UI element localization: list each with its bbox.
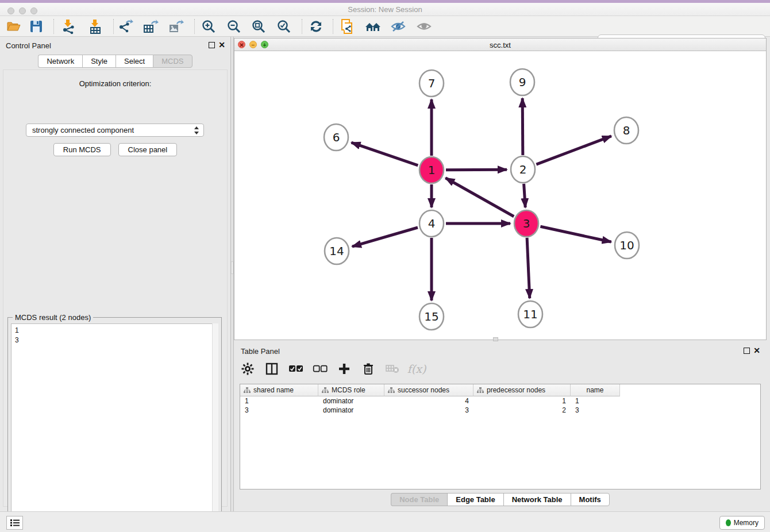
table-tab-node-table[interactable]: Node Table (391, 493, 447, 506)
table-close-panel-icon[interactable]: ✕ (753, 346, 761, 354)
graph-edge-1-2[interactable] (446, 169, 507, 170)
column-header-predecessor-nodes[interactable]: predecessor nodes (473, 384, 571, 396)
hide-selected-button[interactable] (388, 17, 408, 36)
graph-edge-3-11[interactable] (527, 238, 530, 298)
mcds-result-list[interactable]: 1 3 (11, 323, 218, 530)
graph-edge-2-8[interactable] (536, 136, 611, 164)
create-column-button[interactable] (336, 361, 352, 377)
network-window-titlebar[interactable]: ✕ − + scc.txt (234, 38, 766, 51)
graph-edge-1-6[interactable] (351, 142, 418, 165)
graph-node-9[interactable]: 9 (510, 69, 534, 95)
toggle-panel-button[interactable] (264, 361, 280, 377)
function-builder-button-disabled: f(x) (409, 361, 425, 377)
first-neighbors-button[interactable] (363, 17, 383, 36)
zoom-out-button[interactable] (224, 17, 244, 36)
table-tab-edge-table[interactable]: Edge Table (447, 493, 503, 506)
zoom-in-button[interactable] (199, 17, 218, 36)
export-table-button[interactable] (141, 17, 160, 36)
open-file-button[interactable] (4, 17, 24, 36)
deselect-all-columns-button[interactable] (312, 361, 328, 377)
graph-edge-2-9[interactable] (522, 98, 523, 155)
zoom-in-icon (201, 19, 216, 34)
zoom-fit-icon (251, 19, 266, 34)
table-toolbar: f(x) (240, 357, 425, 380)
import-table-icon (87, 18, 103, 34)
column-label: shared name (253, 386, 294, 394)
delete-columns-button[interactable] (360, 361, 376, 377)
tab-mcds[interactable]: MCDS (153, 55, 192, 68)
zoom-fit-button[interactable] (249, 17, 268, 36)
tab-style[interactable]: Style (82, 55, 116, 68)
tab-network[interactable]: Network (38, 55, 82, 68)
graph-node-6[interactable]: 6 (324, 124, 348, 151)
graph-node-4[interactable]: 4 (419, 210, 444, 237)
column-header-successor-nodes[interactable]: successor nodes (384, 384, 473, 396)
splitter-grip[interactable] (231, 261, 233, 274)
run-mcds-button[interactable]: Run MCDS (53, 143, 111, 156)
tab-select[interactable]: Select (116, 55, 153, 68)
table-panel-title: Table Panel (241, 347, 280, 356)
table-tab-network-table[interactable]: Network Table (503, 493, 571, 506)
column-header-MCDS-role[interactable]: MCDS role (318, 384, 384, 396)
graph-node-11[interactable]: 11 (518, 301, 542, 327)
graph-node-2[interactable]: 2 (511, 156, 535, 183)
task-history-button[interactable] (6, 516, 23, 530)
table-cell[interactable]: 4 (384, 396, 473, 406)
close-panel-button[interactable]: Close panel (118, 143, 178, 156)
duplicate-network-button[interactable] (338, 17, 357, 36)
select-stepper-icon (194, 126, 199, 135)
close-panel-icon[interactable]: ✕ (218, 41, 226, 49)
mcds-result-scrollbar[interactable] (212, 323, 218, 530)
column-label: successor nodes (398, 386, 449, 394)
table-float-panel-icon[interactable] (742, 346, 750, 354)
graph-node-8[interactable]: 8 (614, 117, 638, 144)
graph-edge-4-14[interactable] (352, 228, 418, 246)
table-cell[interactable]: 1 (240, 396, 318, 406)
float-panel-icon[interactable] (207, 41, 215, 49)
list-icon (10, 519, 20, 527)
column-header-shared-name[interactable]: shared name (240, 384, 318, 396)
optimization-criterion-select[interactable]: strongly connected component (26, 124, 204, 137)
horizontal-splitter-grip[interactable] (493, 337, 498, 341)
graph-node-label: 9 (519, 75, 526, 89)
table-tab-motifs[interactable]: Motifs (571, 493, 610, 506)
graph-node-1[interactable]: 1 (419, 157, 444, 183)
graph-edge-2-3[interactable] (524, 184, 526, 207)
zoom-selected-button[interactable] (274, 17, 294, 36)
network-canvas[interactable]: 7968124314101511 (234, 51, 766, 340)
graph-node-3[interactable]: 3 (514, 210, 538, 237)
table-cell[interactable]: dominator (318, 406, 384, 415)
gear-icon (241, 363, 254, 375)
select-all-columns-button[interactable] (288, 361, 304, 377)
import-network-icon (60, 18, 76, 34)
column-header-name[interactable]: name (571, 384, 620, 396)
export-image-button[interactable] (166, 17, 186, 36)
show-all-button[interactable] (414, 17, 434, 36)
table-cell[interactable]: 3 (240, 406, 318, 415)
table-cell[interactable]: 1 (571, 396, 620, 406)
table-cell[interactable]: 1 (473, 396, 571, 406)
table-row-0[interactable]: 1dominator411 (240, 396, 760, 406)
table-cell[interactable]: 3 (571, 406, 620, 415)
table-options-button[interactable] (240, 361, 256, 377)
graph-edge-3-1[interactable] (445, 178, 514, 217)
import-network-button[interactable] (59, 17, 78, 36)
memory-button[interactable]: Memory (719, 516, 765, 530)
table-cell[interactable]: 2 (473, 406, 571, 415)
table-cell[interactable]: 3 (384, 406, 473, 415)
graph-node-label: 3 (523, 217, 530, 230)
unchecked-boxes-icon (313, 365, 328, 373)
graph-node-7[interactable]: 7 (419, 70, 444, 97)
import-table-button[interactable] (86, 17, 105, 36)
graph-node-15[interactable]: 15 (419, 303, 444, 330)
table-row-1[interactable]: 3dominator323 (240, 406, 760, 415)
zoom-out-icon (226, 19, 241, 34)
graph-node-14[interactable]: 14 (325, 238, 349, 264)
export-network-button[interactable] (116, 17, 136, 36)
table-cell[interactable]: dominator (318, 396, 384, 406)
split-columns-icon (265, 363, 278, 375)
apply-layout-button[interactable] (306, 17, 326, 36)
graph-edge-3-10[interactable] (540, 226, 611, 242)
graph-node-10[interactable]: 10 (615, 232, 639, 259)
save-session-button[interactable] (26, 17, 46, 36)
